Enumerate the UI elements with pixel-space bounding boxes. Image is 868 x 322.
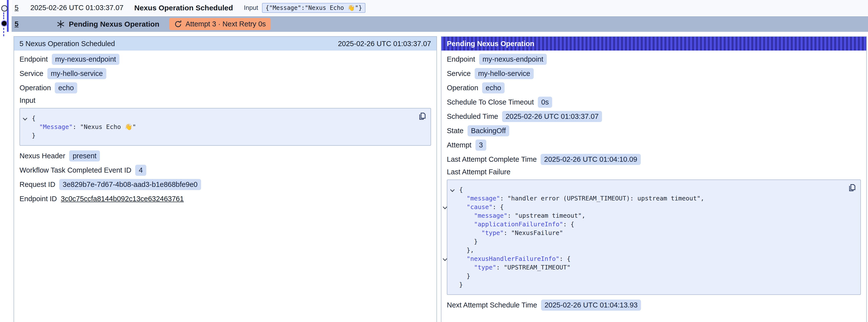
field-row: Next Attempt Schedule Time2025-02-26 UTC… [447, 299, 861, 311]
code-line: "nexusHandlerFailureInfo": { [459, 254, 843, 263]
json-text: : "handler error (UPSTREAM_TIMEOUT): ups… [500, 195, 704, 202]
field-label: Workflow Task Completed Event ID [20, 166, 131, 174]
field-value-badge: 2025-02-26 UTC 01:04:10.09 [540, 154, 641, 165]
sparkle-icon [57, 20, 65, 28]
field-value-badge: 2025-02-26 UTC 01:04:13.93 [541, 299, 641, 311]
json-key: "type" [482, 229, 503, 236]
timeline-dashed-connector [3, 12, 4, 19]
json-text: } [474, 238, 478, 245]
field-value-badge: my-hello-service [48, 68, 106, 79]
json-text: : "Nexus Echo 👋" [72, 123, 136, 130]
field-value-badge: 3e829b7e-7d67-4b08-aad3-b1e868bfe9e0 [59, 179, 201, 190]
code-line: "Message": "Nexus Echo 👋" [32, 123, 413, 131]
json-key: "type" [474, 264, 496, 271]
json-text: : { [563, 221, 574, 228]
field-value-badge: present [69, 151, 100, 161]
pending-operation-card: Pending Nexus Operation Endpointmy-nexus… [441, 36, 867, 322]
pending-operation-body: Endpointmy-nexus-endpointServicemy-hello… [441, 51, 866, 319]
event-timestamp: 2025-02-26 UTC 01:03:37.07 [30, 4, 123, 12]
field-row: Scheduled Time2025-02-26 UTC 01:03:37.07 [447, 111, 861, 122]
json-text: } [459, 281, 463, 288]
json-text: : "upstream timeout", [507, 212, 585, 219]
field-label: Nexus Header [20, 152, 65, 160]
field-row: Servicemy-hello-service [20, 68, 431, 79]
field-row: Request ID3e829b7e-7d67-4b08-aad3-b1e868… [20, 179, 431, 190]
pending-operation-header-title: Pending Nexus Operation [447, 40, 534, 48]
event-title: Nexus Operation Scheduled [134, 4, 233, 12]
field-label: Next Attempt Schedule Time [447, 301, 537, 309]
field-row: Endpointmy-nexus-endpoint [20, 54, 431, 65]
field-row: StateBackingOff [447, 125, 861, 136]
field-value-badge: 2025-02-26 UTC 01:03:37.07 [502, 111, 602, 122]
field-row: Endpointmy-nexus-endpoint [447, 54, 861, 65]
field-row: Workflow Task Completed Event ID4 [20, 164, 431, 176]
field-value-badge: my-hello-service [475, 68, 534, 79]
json-text: } [32, 132, 35, 139]
field-value-badge: 3 [475, 139, 486, 151]
field-value-badge: BackingOff [468, 125, 509, 136]
event-input-chip: {"Message":"Nexus Echo 👋"} [262, 3, 365, 13]
json-text: : "UPSTREAM_TIMEOUT" [496, 264, 570, 271]
code-line: "cause": { [459, 203, 843, 211]
json-text: } [467, 272, 470, 280]
json-key: "Message" [39, 123, 72, 130]
retry-icon [174, 20, 182, 28]
field-row: Nexus Headerpresent [20, 150, 431, 161]
collapse-chevron-icon[interactable] [443, 205, 447, 209]
event-detail-body: Endpointmy-nexus-endpointServicemy-hello… [14, 51, 436, 212]
field-label: Schedule To Close Timeout [447, 98, 534, 106]
copy-icon[interactable] [418, 112, 427, 121]
code-line: } [459, 280, 843, 289]
field-value-badge: 0s [538, 97, 552, 108]
field-row: Last Attempt Complete Time2025-02-26 UTC… [447, 154, 861, 165]
json-key: "message" [467, 195, 500, 202]
attempt-retry-text: Attempt 3 · Next Retry 0s [186, 20, 266, 28]
event-id-link[interactable]: 5 [14, 4, 20, 12]
field-value-link[interactable]: 3c0c75ccfa8144b092c13ce632463761 [61, 195, 184, 203]
event-detail-header: 5 Nexus Operation Scheduled 2025-02-26 U… [14, 37, 436, 51]
field-label: Endpoint [20, 55, 48, 63]
json-key: "message" [474, 212, 507, 219]
event-row-nexus-operation-scheduled[interactable]: 5 2025-02-26 UTC 01:03:37.07 Nexus Opera… [11, 0, 868, 15]
code-line: } [459, 237, 843, 246]
code-line: "type": "NexusFailure" [459, 229, 843, 237]
json-text: : { [493, 203, 503, 211]
field-label: Scheduled Time [447, 112, 498, 121]
timeline-active-bar [7, 0, 9, 32]
collapse-chevron-icon[interactable] [443, 256, 447, 261]
copy-icon[interactable] [847, 184, 857, 192]
json-key: "nexusHandlerFailureInfo" [467, 255, 559, 262]
field-label: Operation [447, 84, 478, 92]
timeline-dashed-connector [3, 28, 4, 36]
json-key: "cause" [467, 203, 493, 211]
field-row: Schedule To Close Timeout0s [447, 96, 861, 108]
event-detail-header-title: 5 Nexus Operation Scheduled [20, 40, 115, 48]
event-row-pending-nexus-operation[interactable]: 5 Pending Nexus Operation Attempt 3 · Ne… [11, 16, 868, 32]
field-label: Request ID [20, 181, 55, 189]
collapse-chevron-icon[interactable] [23, 116, 27, 120]
field-row: Attempt3 [447, 139, 861, 151]
field-row: Operationecho [20, 82, 431, 93]
code-line: "message": "handler error (UPSTREAM_TIME… [459, 194, 843, 203]
collapse-chevron-icon[interactable] [450, 187, 455, 192]
field-label: Operation [20, 84, 51, 92]
field-value-badge: echo [482, 82, 504, 93]
code-line: }, [459, 246, 843, 254]
field-label: Last Attempt Complete Time [447, 155, 537, 163]
input-json-viewer: {"Message": "Nexus Echo 👋"} [20, 108, 431, 146]
json-text: : { [559, 255, 570, 262]
json-text: : "NexusFailure" [503, 229, 563, 236]
event-detail-card: 5 Nexus Operation Scheduled 2025-02-26 U… [13, 36, 437, 322]
json-text: }, [467, 247, 474, 254]
input-section-label: Input [20, 96, 431, 104]
code-line: "message": "upstream timeout", [459, 211, 843, 220]
field-label: Service [20, 69, 43, 78]
attempt-retry-badge: Attempt 3 · Next Retry 0s [169, 18, 271, 30]
field-value-badge: 4 [135, 165, 146, 176]
field-row: Operationecho [447, 82, 861, 93]
code-line: "applicationFailureInfo": { [459, 220, 843, 229]
event-id-link[interactable]: 5 [14, 20, 20, 28]
code-line: } [32, 131, 413, 140]
code-line: "type": "UPSTREAM_TIMEOUT" [459, 263, 843, 272]
code-line: { [32, 114, 413, 123]
